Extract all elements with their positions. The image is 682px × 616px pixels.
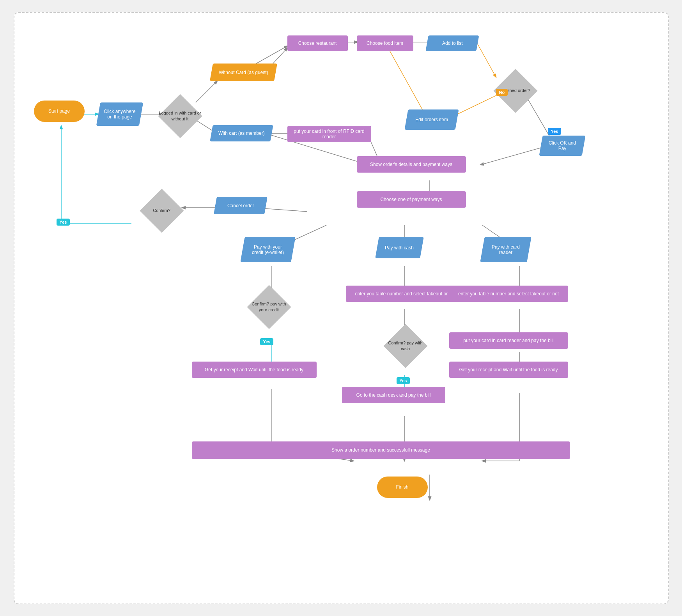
logged-in-diamond: Logged in with card or without it	[159, 95, 202, 138]
pay-card-reader-node: Pay with card reader	[480, 237, 531, 262]
pay-cash-node: Pay with cash	[375, 237, 424, 258]
go-cash-desk-node: Go to the cash desk and pay the bill	[342, 387, 445, 403]
yes-badge-left: Yes	[57, 219, 70, 226]
confirm-credit-diamond: Confirm? pay with your credit	[248, 286, 291, 328]
yes-badge-top: Yes	[548, 128, 562, 135]
click-anywhere-node: Click anywhere on the page	[96, 102, 143, 126]
yes-badge-cash: Yes	[397, 377, 410, 384]
choose-restaurant-node: Choose restaurant	[287, 35, 348, 51]
no-badge: No	[496, 89, 508, 96]
yes-badge-credit: Yes	[260, 338, 274, 345]
show-order-success-node: Show a order number and successfull mess…	[192, 441, 570, 459]
without-card-node: Without Card (as guest)	[210, 64, 277, 81]
click-ok-pay-node: Click OK and Pay	[539, 136, 585, 156]
receipt-credit-node: Get your receipt and Wait until the food…	[192, 362, 317, 378]
confirm-cash-diamond: Confirm? pay with cash	[384, 325, 427, 367]
enter-table-cash-node: enter you table number and select takeou…	[346, 286, 465, 302]
cancel-order-node: Cancel order	[214, 197, 267, 214]
confirm-diamond: Confirm?	[140, 189, 183, 232]
show-order-details-node: Show order's details and payment ways	[357, 156, 466, 173]
arrows-svg	[14, 13, 668, 604]
enter-table-card-node: enter you table number and select takeou…	[449, 286, 568, 302]
add-to-list-node: Add to list	[425, 35, 479, 51]
choose-payment-node: Choose one of payment ways	[357, 191, 466, 208]
put-card-rfid-node: put your card in front of RFID card read…	[287, 126, 371, 142]
start-page-node: Start page	[34, 101, 85, 122]
receipt-card-node: Get your receipt and Wait until the food…	[449, 362, 568, 378]
choose-food-item-node: Choose food item	[357, 35, 413, 51]
flowchart-container: Start page Yes Click anywhere on the pag…	[14, 12, 669, 604]
pay-credit-node: Pay with your credit (e-wallet)	[240, 237, 295, 262]
put-card-reader-node: put your card in card reader and pay the…	[449, 332, 568, 349]
with-cart-node: With cart (as member)	[210, 125, 273, 141]
finish-node: Finish	[377, 477, 428, 498]
edit-orders-node: Edit orders item	[404, 109, 459, 130]
